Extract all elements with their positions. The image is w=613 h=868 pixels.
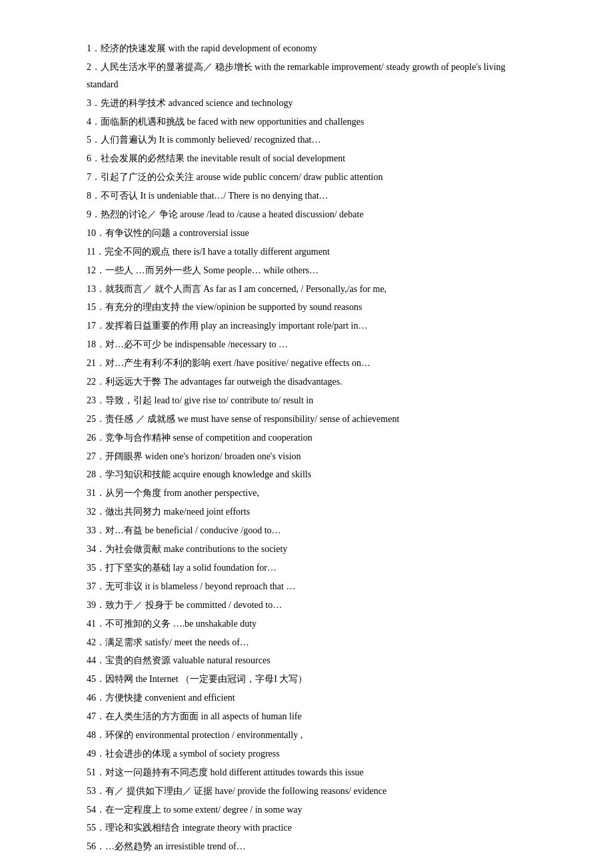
list-item: 53．有／ 提供如下理由／ 证据 have/ provide the follo…: [87, 783, 526, 800]
phrase-list: 1．经济的快速发展 with the rapid development of …: [87, 40, 526, 855]
list-item: 55．理论和实践相结合 integrate theory with practi…: [87, 819, 526, 837]
list-item: 46．方便快捷 convenient and efficient: [87, 689, 526, 707]
list-item: 39．致力于／ 投身于 be committed / devoted to…: [87, 597, 526, 614]
item-text: 31．从另一个角度 from another perspective,: [87, 488, 259, 498]
list-item: 44．宝贵的自然资源 valuable natural resources: [87, 652, 526, 669]
item-text: 9．热烈的讨论／ 争论 arouse /lead to /cause a hea…: [87, 209, 364, 219]
item-text: 37．无可非议 it is blameless / beyond reproac…: [87, 581, 295, 591]
item-text: 26．竞争与合作精神 sense of competition and coop…: [87, 433, 312, 443]
list-item: 34．为社会做贡献 make contributions to the soci…: [87, 541, 526, 558]
item-text: 15．有充分的理由支持 the view/opinion be supporte…: [87, 302, 362, 312]
item-text: 51．对这一问题持有不同态度 hold different attitudes …: [87, 767, 364, 777]
item-text: 21．对…产生有利/不利的影响 exert /have positive/ ne…: [87, 358, 370, 368]
item-text: 27．开阔眼界 widen one's horizon/ broaden one…: [87, 451, 301, 461]
list-item: 26．竞争与合作精神 sense of competition and coop…: [87, 429, 526, 447]
item-text: 12．一些人 …而另外一些人 Some people… while others…: [87, 265, 318, 275]
list-item: 18．对…必不可少 be indispensable /necessary to…: [87, 336, 526, 353]
list-item: 1．经济的快速发展 with the rapid development of …: [87, 40, 526, 57]
list-item: 8．不可否认 It is undeniable that…/ There is …: [87, 187, 526, 205]
item-text: 7．引起了广泛的公众关注 arouse wide public concern/…: [87, 172, 382, 182]
item-text: 55．理论和实践相结合 integrate theory with practi…: [87, 823, 292, 833]
list-item: 42．满足需求 satisfy/ meet the needs of…: [87, 634, 526, 651]
list-item: 15．有充分的理由支持 the view/opinion be supporte…: [87, 299, 526, 316]
list-item: 51．对这一问题持有不同态度 hold different attitudes …: [87, 764, 526, 781]
list-item: 27．开阔眼界 widen one's horizon/ broaden one…: [87, 448, 526, 465]
item-text: 45．因特网 the Internet （一定要由冠词，字母I 大写）: [87, 674, 307, 684]
item-text: 18．对…必不可少 be indispensable /necessary to…: [87, 339, 288, 349]
item-text: 8．不可否认 It is undeniable that…/ There is …: [87, 191, 328, 201]
list-item: 33．对…有益 be beneficial / conducive /good …: [87, 522, 526, 539]
list-item: 7．引起了广泛的公众关注 arouse wide public concern/…: [87, 169, 526, 186]
list-item: 4．面临新的机遇和挑战 be faced with new opportunit…: [87, 113, 526, 131]
list-item: 12．一些人 …而另外一些人 Some people… while others…: [87, 262, 526, 279]
list-item: 47．在人类生活的方方面面 in all aspects of human li…: [87, 708, 526, 725]
item-text: 46．方便快捷 convenient and efficient: [87, 693, 235, 703]
list-item: 6．社会发展的必然结果 the inevitable result of soc…: [87, 150, 526, 167]
item-text: 54．在一定程度上 to some extent/ degree / in so…: [87, 805, 303, 815]
list-item: 11．完全不同的观点 there is/I have a totally dif…: [87, 243, 526, 261]
list-item: 10．有争议性的问题 a controversial issue: [87, 225, 526, 242]
item-text: 25．责任感 ／ 成就感 we must have sense of respo…: [87, 414, 399, 424]
list-item: 41．不可推卸的义务 ….be unshakable duty: [87, 615, 526, 633]
list-item: 54．在一定程度上 to some extent/ degree / in so…: [87, 801, 526, 819]
list-item: 25．责任感 ／ 成就感 we must have sense of respo…: [87, 411, 526, 428]
list-item: 13．就我而言／ 就个人而言 As far as I am concerned,…: [87, 281, 526, 298]
item-text: 41．不可推卸的义务 ….be unshakable duty: [87, 619, 257, 629]
list-item: 35．打下坚实的基础 lay a solid foundation for…: [87, 559, 526, 577]
item-text: 39．致力于／ 投身于 be committed / devoted to…: [87, 600, 282, 610]
list-item: 32．做出共同努力 make/need joint efforts: [87, 503, 526, 521]
item-text: 6．社会发展的必然结果 the inevitable result of soc…: [87, 153, 345, 163]
list-item: 49．社会进步的体现 a symbol of society progress: [87, 745, 526, 763]
list-item: 37．无可非议 it is blameless / beyond reproac…: [87, 578, 526, 595]
list-item: 21．对…产生有利/不利的影响 exert /have positive/ ne…: [87, 355, 526, 372]
item-text: 48．环保的 environmental protection / enviro…: [87, 730, 303, 740]
item-text: 1．经济的快速发展 with the rapid development of …: [87, 43, 317, 53]
list-item: 9．热烈的讨论／ 争论 arouse /lead to /cause a hea…: [87, 206, 526, 223]
item-text: 22．利远远大于弊 The advantages far outweigh th…: [87, 377, 342, 387]
item-text: 33．对…有益 be beneficial / conducive /good …: [87, 525, 281, 535]
item-text: 23．导致，引起 lead to/ give rise to/ contribu…: [87, 395, 313, 405]
item-text: 47．在人类生活的方方面面 in all aspects of human li…: [87, 711, 302, 721]
item-text: 10．有争议性的问题 a controversial issue: [87, 228, 249, 238]
item-text: 53．有／ 提供如下理由／ 证据 have/ provide the follo…: [87, 786, 386, 796]
list-item: 48．环保的 environmental protection / enviro…: [87, 727, 526, 744]
list-item: 31．从另一个角度 from another perspective,: [87, 485, 526, 502]
list-item: 23．导致，引起 lead to/ give rise to/ contribu…: [87, 392, 526, 409]
list-item: 3．先进的科学技术 advanced science and technolog…: [87, 95, 526, 112]
item-text: 5．人们普遍认为 It is commonly believed/ recogn…: [87, 135, 320, 145]
list-item: 17．发挥着日益重要的作用 play an increasingly impor…: [87, 317, 526, 335]
list-item: 22．利远远大于弊 The advantages far outweigh th…: [87, 373, 526, 391]
item-text: 56．…必然趋势 an irresistible trend of…: [87, 841, 246, 851]
item-text: 17．发挥着日益重要的作用 play an increasingly impor…: [87, 321, 367, 331]
list-item: 45．因特网 the Internet （一定要由冠词，字母I 大写）: [87, 671, 526, 688]
list-item: 28．学习知识和技能 acquire enough knowledge and …: [87, 466, 526, 483]
item-text: 4．面临新的机遇和挑战 be faced with new opportunit…: [87, 117, 364, 127]
item-text: 11．完全不同的观点 there is/I have a totally dif…: [87, 247, 330, 257]
item-text: 42．满足需求 satisfy/ meet the needs of…: [87, 637, 249, 647]
item-text: 35．打下坚实的基础 lay a solid foundation for…: [87, 563, 277, 573]
item-text: 32．做出共同努力 make/need joint efforts: [87, 507, 250, 517]
item-text: 2．人民生活水平的显著提高／ 稳步增长 with the remarkable …: [87, 62, 506, 89]
item-text: 49．社会进步的体现 a symbol of society progress: [87, 749, 280, 759]
item-text: 13．就我而言／ 就个人而言 As far as I am concerned,…: [87, 284, 386, 294]
item-text: 3．先进的科学技术 advanced science and technolog…: [87, 98, 293, 108]
item-text: 44．宝贵的自然资源 valuable natural resources: [87, 655, 271, 665]
item-text: 28．学习知识和技能 acquire enough knowledge and …: [87, 469, 311, 479]
list-item: 2．人民生活水平的显著提高／ 稳步增长 with the remarkable …: [87, 59, 526, 93]
list-item: 5．人们普遍认为 It is commonly believed/ recogn…: [87, 131, 526, 149]
item-text: 34．为社会做贡献 make contributions to the soci…: [87, 544, 287, 554]
list-item: 56．…必然趋势 an irresistible trend of…: [87, 838, 526, 855]
